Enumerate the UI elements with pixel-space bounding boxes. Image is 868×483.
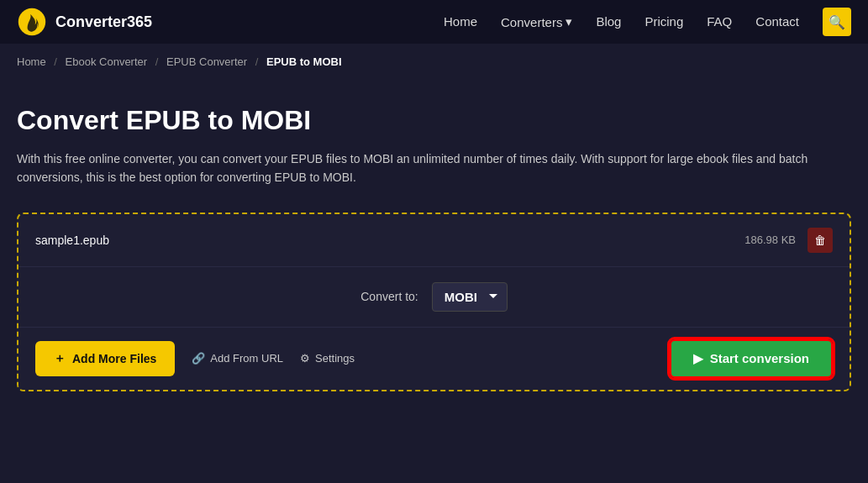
- link-icon: 🔗: [192, 352, 205, 365]
- search-button[interactable]: 🔍: [823, 8, 851, 36]
- main-content: Convert EPUB to MOBI With this free onli…: [0, 80, 868, 408]
- nav-links: Home Converters ▾ Blog Pricing FAQ Conta…: [444, 8, 851, 36]
- brand-name: Converter365: [55, 13, 152, 31]
- breadcrumb-separator-3: /: [255, 55, 259, 68]
- dropdown-arrow-icon: ▾: [566, 14, 572, 29]
- start-conversion-button[interactable]: ▶ Start conversion: [670, 339, 833, 378]
- breadcrumb-epub-converter[interactable]: EPUB Converter: [166, 55, 247, 68]
- breadcrumb-separator-1: /: [54, 55, 57, 68]
- nav-pricing[interactable]: Pricing: [644, 14, 683, 29]
- breadcrumb-ebook-converter[interactable]: Ebook Converter: [66, 55, 148, 68]
- file-name: sample1.epub: [35, 234, 109, 247]
- action-bar: ＋ Add More Files 🔗 Add From URL ⚙ Settin…: [18, 328, 850, 390]
- upload-area: sample1.epub 186.98 KB 🗑 Convert to: MOB…: [17, 213, 851, 391]
- brand-logo[interactable]: Converter365: [17, 7, 152, 37]
- format-select-wrapper: MOBI AZW3 PDF DOCX TXT: [432, 282, 508, 312]
- nav-home[interactable]: Home: [444, 14, 477, 29]
- page-description: With this free online converter, you can…: [17, 150, 840, 187]
- file-size: 186.98 KB: [744, 234, 796, 246]
- page-title: Convert EPUB to MOBI: [17, 105, 851, 136]
- add-files-label: Add More Files: [72, 352, 156, 365]
- plus-icon: ＋: [54, 351, 66, 366]
- settings-label: Settings: [315, 352, 355, 365]
- add-url-label: Add From URL: [210, 352, 283, 365]
- add-from-url-button[interactable]: 🔗 Add From URL: [192, 352, 283, 365]
- breadcrumb-current: EPUB to MOBI: [266, 55, 342, 68]
- settings-button[interactable]: ⚙ Settings: [300, 352, 355, 365]
- breadcrumb: Home / Ebook Converter / EPUB Converter …: [0, 44, 868, 80]
- convert-to-label: Convert to:: [360, 290, 418, 303]
- format-select[interactable]: MOBI AZW3 PDF DOCX TXT: [432, 282, 508, 312]
- breadcrumb-home[interactable]: Home: [17, 55, 46, 68]
- nav-converters[interactable]: Converters ▾: [501, 14, 572, 29]
- breadcrumb-separator-2: /: [155, 55, 159, 68]
- play-icon: ▶: [693, 351, 703, 366]
- navbar: Converter365 Home Converters ▾ Blog Pric…: [0, 0, 868, 44]
- trash-icon: 🗑: [814, 234, 826, 247]
- nav-faq[interactable]: FAQ: [707, 14, 732, 29]
- delete-file-button[interactable]: 🗑: [808, 228, 833, 253]
- add-files-button[interactable]: ＋ Add More Files: [35, 341, 175, 376]
- file-row: sample1.epub 186.98 KB 🗑: [18, 214, 850, 267]
- action-left: ＋ Add More Files 🔗 Add From URL ⚙ Settin…: [35, 341, 355, 376]
- search-icon: 🔍: [829, 14, 845, 30]
- convert-to-row: Convert to: MOBI AZW3 PDF DOCX TXT: [18, 267, 850, 328]
- logo-icon: [17, 7, 47, 37]
- settings-icon: ⚙: [300, 352, 310, 365]
- file-meta: 186.98 KB 🗑: [744, 228, 833, 253]
- nav-contact[interactable]: Contact: [755, 14, 799, 29]
- start-conversion-label: Start conversion: [710, 351, 809, 365]
- nav-blog[interactable]: Blog: [596, 14, 621, 29]
